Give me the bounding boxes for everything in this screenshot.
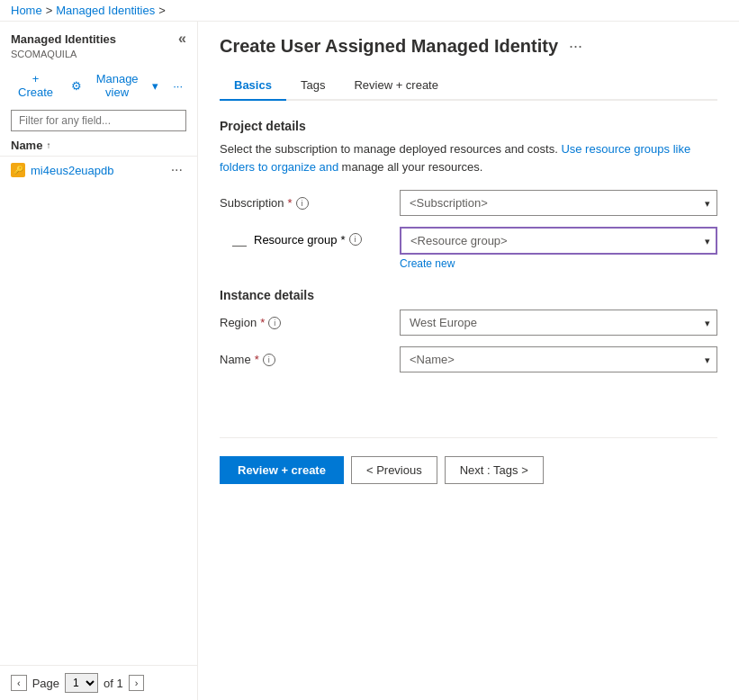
- rg-required: *: [341, 233, 346, 247]
- list-item[interactable]: 🔑 mi4eus2euapdb ···: [0, 157, 197, 184]
- subscription-control: <Subscription> ▾: [400, 190, 717, 216]
- page-next-button[interactable]: ›: [129, 675, 145, 691]
- page-prev-button[interactable]: ‹: [11, 675, 27, 691]
- page-of-label: of 1: [104, 677, 123, 690]
- name-required: *: [255, 353, 259, 366]
- breadcrumb-sep-2: >: [158, 4, 166, 17]
- page-label: Page: [32, 677, 59, 690]
- region-select[interactable]: West Europe: [400, 310, 717, 336]
- panel-more-button[interactable]: ···: [569, 37, 582, 56]
- project-details-desc: Select the subscription to manage deploy…: [220, 140, 717, 175]
- name-row: Name * i <Name> ▾: [220, 346, 717, 372]
- name-control: <Name> ▾: [400, 346, 717, 372]
- item-more-button[interactable]: ···: [167, 162, 186, 178]
- create-button[interactable]: + Create: [11, 70, 60, 101]
- region-info-icon[interactable]: i: [268, 317, 281, 329]
- identity-name[interactable]: mi4eus2euapdb: [31, 164, 114, 177]
- form-footer: Review + create < Previous Next : Tags >: [220, 437, 717, 484]
- previous-button[interactable]: < Previous: [351, 456, 437, 484]
- region-required: *: [260, 316, 265, 329]
- breadcrumb-home[interactable]: Home: [11, 4, 42, 17]
- column-header: Name ↑: [0, 135, 197, 157]
- tab-basics[interactable]: Basics: [220, 71, 286, 101]
- left-header: Managed Identities « SCOMAQUILA: [0, 22, 197, 65]
- region-row: Region * i West Europe ▾: [220, 310, 717, 336]
- name-column-label: Name: [11, 139, 42, 152]
- sort-icon[interactable]: ↑: [46, 140, 50, 150]
- collapse-button[interactable]: «: [178, 31, 186, 47]
- tab-tags[interactable]: Tags: [286, 71, 339, 101]
- region-label: Region * i: [220, 316, 400, 329]
- project-details-title: Project details: [220, 119, 717, 133]
- subscription-select[interactable]: <Subscription>: [400, 190, 717, 216]
- right-panel: Create User Assigned Managed Identity ··…: [198, 22, 739, 700]
- region-select-wrapper: West Europe ▾: [400, 310, 717, 336]
- identity-icon: 🔑: [11, 163, 25, 177]
- name-info-icon[interactable]: i: [263, 354, 275, 366]
- review-create-button[interactable]: Review + create: [220, 456, 344, 484]
- left-toolbar: + Create ⚙ Manage view ▾ ···: [0, 65, 197, 106]
- main-container: Managed Identities « SCOMAQUILA + Create…: [0, 22, 739, 700]
- name-select[interactable]: <Name>: [400, 346, 717, 372]
- panel-header: Create User Assigned Managed Identity ··…: [220, 36, 717, 57]
- subscription-info-icon[interactable]: i: [296, 197, 309, 210]
- rg-info-icon[interactable]: i: [349, 233, 362, 246]
- tabs-bar: Basics Tags Review + create: [220, 71, 717, 101]
- create-new-link[interactable]: Create new: [400, 257, 717, 270]
- subscription-select-wrapper: <Subscription> ▾: [400, 190, 717, 216]
- panel-title: Create User Assigned Managed Identity: [220, 36, 558, 57]
- gear-icon: ⚙: [71, 79, 82, 93]
- left-footer: ‹ Page 1 of 1 ›: [0, 665, 197, 700]
- tab-review-create[interactable]: Review + create: [339, 71, 453, 101]
- resource-group-select[interactable]: <Resource group>: [400, 227, 717, 255]
- rg-select-wrapper: <Resource group> ▾: [400, 227, 717, 255]
- subscription-row: Subscription * i <Subscription> ▾: [220, 190, 717, 216]
- breadcrumb-sep-1: >: [46, 4, 53, 17]
- resource-group-label-area: Resource group * i: [220, 227, 400, 247]
- more-button[interactable]: ···: [169, 77, 186, 94]
- region-control: West Europe ▾: [400, 310, 717, 336]
- next-button[interactable]: Next : Tags >: [445, 456, 544, 484]
- subscription-required: *: [288, 196, 293, 210]
- breadcrumb-managed-identities[interactable]: Managed Identities: [56, 4, 155, 17]
- list-item-left: 🔑 mi4eus2euapdb: [11, 163, 114, 177]
- rg-control: <Resource group> ▾ Create new: [400, 227, 717, 270]
- left-title-row: Managed Identities «: [11, 31, 186, 47]
- resource-group-row: Resource group * i <Resource group> ▾ Cr…: [220, 227, 717, 270]
- manage-view-button[interactable]: ⚙ Manage view ▾: [68, 70, 162, 101]
- subscription-label: Subscription * i: [220, 196, 400, 210]
- page-select[interactable]: 1: [65, 673, 98, 693]
- name-select-wrapper: <Name> ▾: [400, 346, 717, 372]
- name-label: Name * i: [220, 353, 400, 366]
- filter-input[interactable]: [11, 110, 186, 131]
- chevron-down-icon: ▾: [152, 79, 158, 93]
- left-panel-title: Managed Identities: [11, 32, 116, 46]
- instance-details-title: Instance details: [220, 288, 717, 302]
- breadcrumb: Home > Managed Identities >: [0, 0, 739, 22]
- filter-bar: [0, 106, 197, 135]
- left-panel-subtitle: SCOMAQUILA: [11, 49, 186, 59]
- instance-details-section: Instance details Region * i West Europe …: [220, 288, 717, 383]
- left-panel: Managed Identities « SCOMAQUILA + Create…: [0, 22, 198, 700]
